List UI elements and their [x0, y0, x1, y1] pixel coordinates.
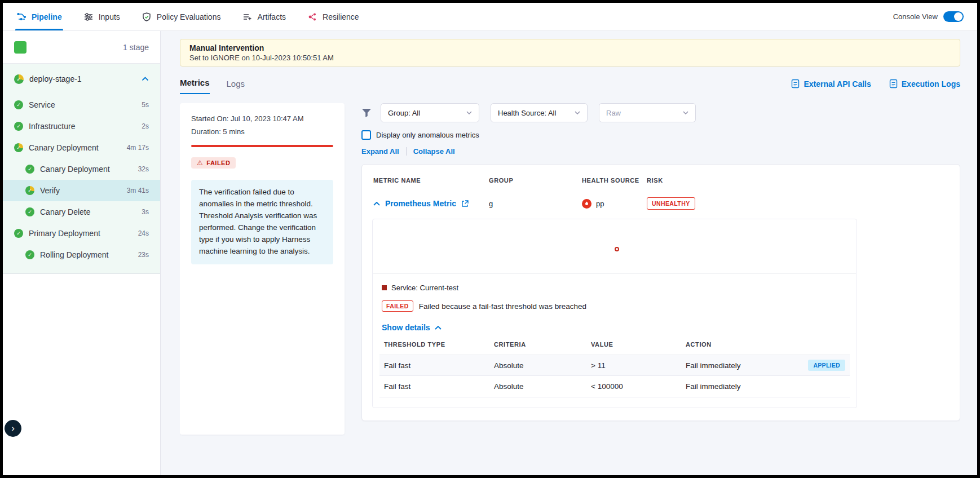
metric-chart[interactable] [373, 219, 856, 273]
chart-legend: Service: Current-test [373, 273, 857, 292]
success-warning-icon [25, 186, 34, 195]
tab-resilience[interactable]: Resilience [307, 3, 359, 30]
metric-view-select[interactable]: Raw [599, 103, 696, 122]
tab-artifacts[interactable]: Artifacts [242, 3, 286, 30]
step-primary-deployment[interactable]: Primary Deployment 24s [3, 223, 160, 244]
chevron-up-icon[interactable] [142, 77, 149, 81]
collapse-all-link[interactable]: Collapse All [413, 147, 455, 156]
tab-metrics[interactable]: Metrics [180, 78, 210, 94]
tab-artifacts-label: Artifacts [257, 12, 286, 21]
tab-inputs[interactable]: Inputs [83, 3, 120, 30]
anomalous-metrics-label: Display only anomalous metrics [376, 131, 479, 139]
success-icon [14, 229, 23, 238]
execution-sidebar: 1 stage deploy-stage-1 Service 5s Infras… [3, 31, 161, 475]
chevron-up-icon[interactable] [373, 202, 380, 206]
manual-intervention-banner: Manual Intervention Set to IGNORE on 10-… [180, 39, 960, 67]
inputs-icon [83, 12, 94, 22]
legend-label: Service: Current-test [391, 284, 458, 292]
chevron-down-icon [683, 111, 688, 114]
verification-progress-bar [191, 145, 333, 147]
stage-header[interactable]: deploy-stage-1 [3, 64, 160, 94]
chevron-up-icon [435, 326, 442, 330]
metric-name-cell[interactable]: Prometheus Metric [373, 199, 489, 208]
console-view-control: Console View [893, 11, 964, 22]
success-icon [25, 165, 34, 174]
group-filter-select[interactable]: Group: All [381, 103, 479, 122]
sidebar-summary-row: 1 stage [3, 31, 160, 64]
stage-count: 1 stage [123, 43, 149, 52]
risk-badge-unhealthy: UNHEALTHY [647, 197, 695, 210]
filter-row: Group: All Health Source: All Raw [361, 103, 960, 122]
threshold-row: Fail fast Absolute < 100000 Fail immedia… [379, 376, 850, 397]
step-canary-deployment[interactable]: Canary Deployment 32s [3, 158, 160, 180]
step-canary-deployment-group[interactable]: Canary Deployment 4m 17s [3, 137, 160, 158]
step-infrastructure[interactable]: Infrastructure 2s [3, 116, 160, 137]
step-detail-tabs: Metrics Logs External API Calls Executio… [180, 78, 960, 94]
execution-logs-link[interactable]: Execution Logs [889, 79, 960, 88]
metric-group-cell: g [489, 200, 582, 208]
tab-policy-evaluations-label: Policy Evaluations [157, 12, 221, 21]
top-nav-tabs: Pipeline Inputs Policy Evaluations Artif… [16, 3, 359, 30]
artifacts-icon [242, 12, 252, 22]
anomalous-data-point[interactable] [615, 247, 619, 251]
tab-pipeline[interactable]: Pipeline [16, 3, 62, 30]
tab-policy-evaluations[interactable]: Policy Evaluations [142, 3, 221, 30]
step-service[interactable]: Service 5s [3, 94, 160, 116]
main-content: Manual Intervention Set to IGNORE on 10-… [161, 31, 977, 475]
started-on: Started On: Jul 10, 2023 10:47 AM [191, 114, 333, 123]
resilience-icon [307, 12, 317, 22]
chevron-down-icon [466, 111, 472, 114]
metric-expanded-detail: Service: Current-test FAILED Failed beca… [372, 219, 857, 408]
chevron-down-icon [575, 111, 580, 114]
success-icon [25, 207, 34, 216]
thresholds-table: THRESHOLD TYPE CRITERIA VALUE ACTION Fai… [379, 341, 850, 397]
failure-description: The verification failed due to anomalies… [191, 180, 333, 264]
anomalous-metrics-checkbox-row[interactable]: Display only anomalous metrics [361, 130, 960, 140]
warning-triangle-icon: ⚠ [197, 160, 203, 166]
expand-collapse-row: Expand All Collapse All [361, 147, 960, 156]
success-icon [25, 250, 34, 259]
legend-swatch [382, 285, 387, 290]
toggle-knob [954, 12, 963, 21]
anomalous-metrics-checkbox[interactable] [361, 130, 371, 140]
banner-subtitle: Set to IGNORE on 10-Jul-2023 10:50:51 AM [189, 54, 951, 62]
logs-document-icon [889, 79, 898, 88]
top-links: External API Calls Execution Logs [791, 79, 960, 94]
tab-resilience-label: Resilience [323, 12, 359, 21]
tab-inputs-label: Inputs [99, 12, 120, 21]
fail-fast-message: Failed because a fail-fast threshold was… [419, 302, 586, 311]
success-icon [14, 122, 23, 131]
applied-badge: APPLIED [808, 360, 845, 371]
metrics-table-header: METRIC NAME GROUP HEALTH SOURCE RISK [372, 168, 950, 191]
console-view-label: Console View [893, 12, 938, 21]
expand-all-link[interactable]: Expand All [361, 147, 399, 156]
top-nav: Pipeline Inputs Policy Evaluations Artif… [3, 3, 977, 31]
pipeline-execution-page: Pipeline Inputs Policy Evaluations Artif… [3, 3, 977, 475]
stage-status-square[interactable] [14, 41, 27, 54]
sidebar-collapse-button[interactable]: › [5, 420, 21, 437]
step-canary-delete[interactable]: Canary Delete 3s [3, 201, 160, 223]
shield-check-icon [142, 12, 152, 22]
prometheus-icon [582, 199, 591, 209]
filter-funnel-icon[interactable] [361, 108, 372, 117]
stage-status-icon [14, 74, 24, 84]
success-icon [14, 100, 23, 109]
external-api-calls-link[interactable]: External API Calls [791, 79, 871, 88]
tab-logs[interactable]: Logs [227, 79, 245, 94]
thresholds-table-header: THRESHOLD TYPE CRITERIA VALUE ACTION [379, 341, 850, 355]
api-document-icon [791, 79, 800, 88]
verification-status-badge: ⚠ FAILED [191, 157, 236, 169]
health-source-filter-select[interactable]: Health Source: All [491, 103, 588, 122]
fail-fast-message-row: FAILED Failed because a fail-fast thresh… [373, 292, 857, 312]
step-verify[interactable]: Verify 3m 41s [3, 180, 160, 201]
stage-section: deploy-stage-1 Service 5s Infrastructure… [3, 64, 160, 274]
show-details-link[interactable]: Show details [373, 312, 857, 332]
metrics-table-card: METRIC NAME GROUP HEALTH SOURCE RISK Pro… [361, 164, 960, 421]
console-view-toggle[interactable] [943, 11, 964, 22]
step-rolling-deployment[interactable]: Rolling Deployment 23s [3, 244, 160, 265]
tab-pipeline-label: Pipeline [32, 12, 62, 21]
verification-summary-card: Started On: Jul 10, 2023 10:47 AM Durati… [180, 103, 345, 435]
duration: Duration: 5 mins [191, 127, 333, 136]
external-link-icon[interactable] [461, 200, 469, 207]
pipeline-icon [16, 12, 27, 22]
